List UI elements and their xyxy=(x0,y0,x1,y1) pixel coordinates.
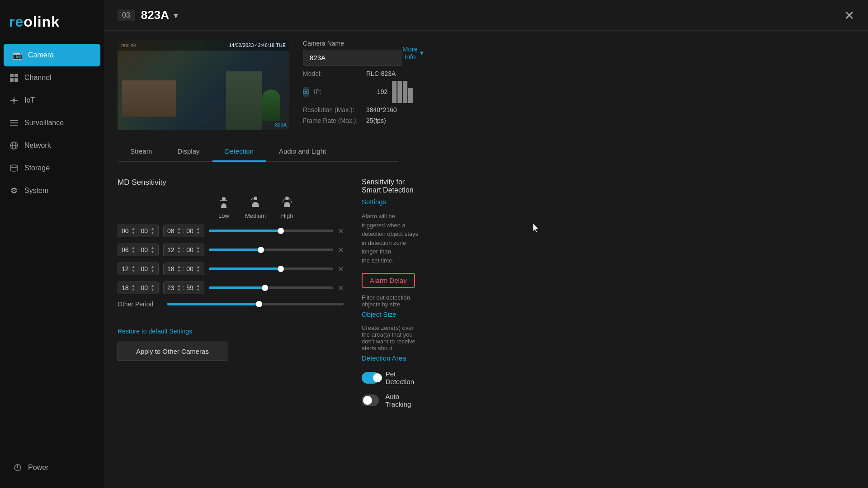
slider-4[interactable] xyxy=(209,286,333,289)
start-hour-down-1[interactable]: ▼ xyxy=(132,231,136,235)
remove-row-3[interactable]: ✕ xyxy=(338,265,344,273)
time-start-3[interactable]: 12 ▲▼ : 00 ▲▼ xyxy=(118,263,159,275)
start-min-down-3[interactable]: ▼ xyxy=(151,269,155,273)
tab-display[interactable]: Display xyxy=(165,142,212,162)
info-header: Camera Name More Info ▾ xyxy=(303,40,424,66)
preview-logo: reolink xyxy=(121,42,136,48)
sidebar-item-surveillance[interactable]: Surveillance xyxy=(0,112,104,134)
apply-button[interactable]: Apply to Other Cameras xyxy=(118,342,227,361)
time-end-4[interactable]: 23 ▲▼ : 59 ▲▼ xyxy=(163,282,204,294)
other-period-row: Other Period xyxy=(118,300,344,308)
detection-area-link[interactable]: Detection Area xyxy=(362,354,418,362)
header: 03 823A ▾ ✕ xyxy=(104,0,868,31)
power-label: Power xyxy=(28,464,48,472)
model-key: Model: xyxy=(303,70,362,77)
surveillance-icon xyxy=(9,118,19,128)
main-content: 03 823A ▾ ✕ reolink 14/02/2023 42:4 xyxy=(104,0,868,488)
start-hour-1: 00 xyxy=(122,227,129,235)
more-info-label: More Info xyxy=(402,45,418,61)
time-start-2[interactable]: 06 ▲▼ : 00 ▲▼ xyxy=(118,244,159,256)
sens-high: High xyxy=(271,195,303,219)
end-hour-down-3[interactable]: ▼ xyxy=(177,269,181,273)
svg-point-4 xyxy=(13,99,15,102)
object-size-link[interactable]: Object Size xyxy=(362,310,418,318)
md-sensitivity: MD Sensitivity Low xyxy=(118,178,344,479)
scene-shelf xyxy=(122,80,176,117)
time-start-1[interactable]: 00 ▲▼ : 00 ▲▼ xyxy=(118,225,159,237)
sidebar-item-camera[interactable]: 📷 Camera xyxy=(4,44,100,66)
start-min-4: 00 xyxy=(141,284,148,291)
sens-high-label: High xyxy=(281,212,293,219)
time-end-2[interactable]: 12 ▲▼ : 00 ▲▼ xyxy=(163,244,204,256)
sidebar-item-storage[interactable]: Storage xyxy=(0,157,104,179)
start-min-down-4[interactable]: ▼ xyxy=(151,288,155,292)
start-min-1: 00 xyxy=(141,227,148,235)
sidebar-item-label: System xyxy=(24,187,48,195)
slider-3[interactable] xyxy=(209,267,333,270)
pet-detection-label: Pet Detection xyxy=(386,370,419,385)
settings-link[interactable]: Settings xyxy=(362,198,418,206)
power-button[interactable]: Power xyxy=(4,456,100,479)
framerate-value: 25(fps) xyxy=(366,117,386,124)
end-hour-down-4[interactable]: ▼ xyxy=(177,288,181,292)
alarm-delay-button[interactable]: Alarm Delay xyxy=(362,273,415,288)
sens-medium-label: Medium xyxy=(245,212,266,219)
camera-name-section: Camera Name xyxy=(303,40,402,66)
end-min-down-4[interactable]: ▼ xyxy=(196,288,200,292)
time-row-2: 06 ▲▼ : 00 ▲▼ 12 ▲▼ : 00 ▲ xyxy=(118,244,344,256)
tab-stream[interactable]: Stream xyxy=(118,142,165,162)
sidebar-item-channel[interactable]: Channel xyxy=(0,66,104,89)
remove-row-1[interactable]: ✕ xyxy=(338,227,344,235)
sidebar-item-iot[interactable]: IoT xyxy=(0,89,104,112)
sens-medium-icon xyxy=(249,195,262,211)
time-end-1[interactable]: 08 ▲▼ : 00 ▲▼ xyxy=(163,225,204,237)
camera-preview: reolink 14/02/2023 42:46:18 TUE 823A xyxy=(118,40,289,130)
logo-text: reolink xyxy=(9,14,95,30)
sens-low-icon xyxy=(217,195,230,211)
time-end-3[interactable]: 18 ▲▼ : 00 ▲▼ xyxy=(163,263,204,275)
ip-row: IP: 192 ███ ████ ████ xyxy=(303,81,424,103)
system-icon: ⚙ xyxy=(9,186,19,196)
auto-tracking-toggle[interactable] xyxy=(362,394,379,406)
slider-1[interactable] xyxy=(209,230,333,232)
restore-link[interactable]: Restore to default Settings xyxy=(118,328,192,335)
model-value: RLC-823A xyxy=(366,70,396,77)
iot-icon xyxy=(9,95,19,105)
end-hour-4: 23 xyxy=(167,284,175,291)
camera-name-input[interactable] xyxy=(303,50,402,66)
channel-icon xyxy=(9,73,19,83)
storage-icon xyxy=(9,163,19,173)
close-button[interactable]: ✕ xyxy=(844,8,854,23)
end-hour-down-2[interactable]: ▼ xyxy=(177,250,181,254)
smart-detection-panel: Sensitivity for Smart Detection Settings… xyxy=(362,178,418,479)
tab-detection[interactable]: Detection xyxy=(212,142,266,162)
md-sensitivity-title: MD Sensitivity xyxy=(118,178,344,187)
svg-point-15 xyxy=(305,91,307,93)
end-min-down-1[interactable]: ▼ xyxy=(196,231,200,235)
start-hour-down-4[interactable]: ▼ xyxy=(132,288,136,292)
slider-2[interactable] xyxy=(209,249,333,251)
pet-detection-knob xyxy=(373,373,382,382)
resolution-key: Resolution (Max.): xyxy=(303,106,362,113)
preview-timestamp: 14/02/2023 42:46:18 TUE xyxy=(229,42,286,48)
pet-detection-toggle[interactable] xyxy=(362,372,379,384)
camera-dropdown-icon[interactable]: ▾ xyxy=(174,10,178,21)
start-hour-down-3[interactable]: ▼ xyxy=(132,269,136,273)
sidebar-bottom: Power xyxy=(0,456,104,479)
end-min-down-2[interactable]: ▼ xyxy=(196,250,200,254)
other-period-slider[interactable] xyxy=(167,303,344,305)
start-min-down-2[interactable]: ▼ xyxy=(151,250,155,254)
sidebar-item-network[interactable]: Network xyxy=(0,134,104,157)
remove-row-2[interactable]: ✕ xyxy=(338,246,344,254)
start-min-down-1[interactable]: ▼ xyxy=(151,231,155,235)
time-start-4[interactable]: 18 ▲▼ : 00 ▲▼ xyxy=(118,282,159,294)
end-hour-down-1[interactable]: ▼ xyxy=(177,231,181,235)
remove-row-4[interactable]: ✕ xyxy=(338,284,344,292)
other-period-label: Other Period xyxy=(118,300,163,308)
more-info-button[interactable]: More Info ▾ xyxy=(402,45,424,61)
end-min-down-3[interactable]: ▼ xyxy=(196,269,200,273)
tab-audio-light[interactable]: Audio and Light xyxy=(266,142,339,162)
preview-badge: 823A xyxy=(275,122,287,127)
sidebar-item-system[interactable]: ⚙ System xyxy=(0,179,104,202)
start-hour-down-2[interactable]: ▼ xyxy=(132,250,136,254)
